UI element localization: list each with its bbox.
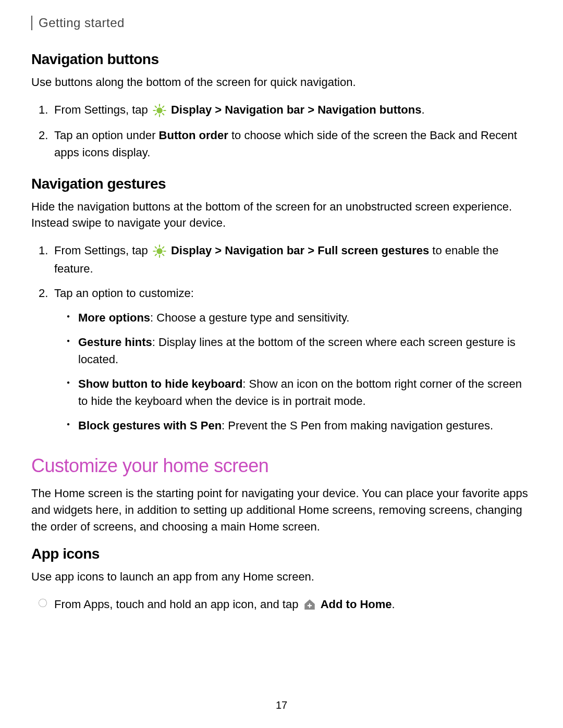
step-item: From Settings, tap Display > Navigation …: [31, 242, 532, 277]
step-item: Tap an option under Button order to choo…: [31, 127, 532, 161]
heading-customize-home: Customize your home screen: [31, 455, 532, 477]
brightness-icon: [152, 102, 167, 119]
desc-customize-home: The Home screen is the starting point fo…: [31, 485, 532, 535]
desc-app-icons: Use app icons to launch an app from any …: [31, 569, 532, 585]
bullet-bold: Add to Home: [321, 598, 392, 611]
sub-bullets: More options: Choose a gesture type and …: [65, 309, 532, 434]
bullet-post: : Prevent the S Pen from making navigati…: [222, 419, 493, 432]
step-text-pre: From Settings, tap: [54, 103, 151, 116]
bullet-bold: Show button to hide keyboard: [78, 377, 242, 390]
steps-navigation-buttons: From Settings, tap Display > Navigation …: [31, 101, 532, 161]
svg-line-16: [155, 254, 156, 255]
bullet-pre: From Apps, touch and hold an app icon, a…: [54, 598, 302, 611]
step-text-bold: Display > Navigation bar > Full screen g…: [171, 244, 429, 257]
step-text-bold: Display > Navigation bar > Navigation bu…: [171, 103, 421, 116]
step-text-bold: Button order: [159, 129, 228, 142]
svg-point-9: [156, 248, 163, 254]
breadcrumb-header: Getting started: [31, 16, 532, 30]
bullet-bold: More options: [78, 311, 150, 324]
home-plus-icon: [303, 596, 316, 613]
heading-app-icons: App icons: [31, 546, 532, 562]
sub-bullet-item: Show button to hide keyboard: Show an ic…: [65, 375, 532, 410]
brightness-icon: [152, 243, 167, 260]
sub-bullet-item: Gesture hints: Display lines at the bott…: [65, 334, 532, 368]
desc-navigation-gestures: Hide the navigation buttons at the botto…: [31, 199, 532, 232]
step-text: Tap an option to customize:: [54, 287, 194, 300]
heading-navigation-gestures: Navigation gestures: [31, 176, 532, 192]
svg-line-8: [163, 106, 164, 107]
svg-line-15: [163, 254, 164, 255]
circle-list-app-icons: From Apps, touch and hold an app icon, a…: [31, 596, 532, 614]
svg-point-0: [156, 107, 163, 114]
sub-bullet-item: Block gestures with S Pen: Prevent the S…: [65, 417, 532, 434]
step-item: Tap an option to customize: More options…: [31, 285, 532, 434]
svg-line-14: [155, 247, 156, 248]
breadcrumb-text: Getting started: [39, 16, 125, 30]
circle-list-item: From Apps, touch and hold an app icon, a…: [31, 596, 532, 614]
desc-navigation-buttons: Use buttons along the bottom of the scre…: [31, 74, 532, 91]
svg-line-17: [163, 247, 164, 248]
page-number: 17: [0, 699, 563, 711]
svg-line-7: [155, 113, 156, 114]
heading-navigation-buttons: Navigation buttons: [31, 51, 532, 68]
bullet-post: : Choose a gesture type and sensitivity.: [150, 311, 349, 324]
step-text-pre: From Settings, tap: [54, 244, 151, 257]
sub-bullet-item: More options: Choose a gesture type and …: [65, 309, 532, 326]
step-item: From Settings, tap Display > Navigation …: [31, 101, 532, 119]
svg-line-5: [155, 106, 156, 107]
svg-line-6: [163, 113, 164, 114]
bullet-bold: Gesture hints: [78, 336, 152, 349]
steps-navigation-gestures: From Settings, tap Display > Navigation …: [31, 242, 532, 434]
bullet-post: .: [392, 598, 395, 611]
step-text-post: .: [421, 103, 424, 116]
bullet-bold: Block gestures with S Pen: [78, 419, 222, 432]
step-text-pre: Tap an option under: [54, 129, 159, 142]
